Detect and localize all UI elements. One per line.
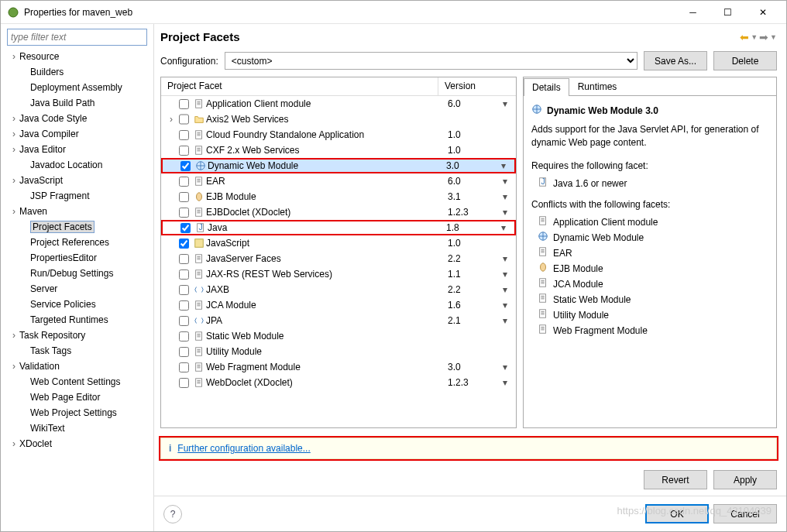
- filter-input[interactable]: [7, 29, 147, 46]
- sidebar-item-resource[interactable]: ›Resource: [2, 49, 152, 64]
- facet-row[interactable]: JAX-RS (REST Web Services)1.1▾: [161, 266, 516, 282]
- back-menu-icon[interactable]: ▼: [751, 33, 758, 41]
- chevron-right-icon[interactable]: ›: [170, 114, 179, 125]
- facet-checkbox[interactable]: [179, 146, 189, 156]
- sidebar-item-propertieseditor[interactable]: PropertiesEditor: [2, 250, 152, 266]
- facet-header-version[interactable]: Version: [438, 77, 516, 95]
- facet-checkbox[interactable]: [179, 208, 189, 218]
- version-dropdown-icon[interactable]: ▾: [494, 253, 516, 264]
- version-dropdown-icon[interactable]: ▾: [494, 176, 516, 187]
- sidebar-item-javascript[interactable]: ›JavaScript: [2, 173, 152, 188]
- facet-checkbox[interactable]: [179, 130, 189, 140]
- facet-checkbox[interactable]: [179, 99, 189, 109]
- facet-row[interactable]: JavaServer Faces2.2▾: [161, 251, 516, 266]
- facet-row[interactable]: Static Web Module: [161, 328, 516, 344]
- facet-checkbox[interactable]: [179, 177, 189, 187]
- facet-row[interactable]: ›Axis2 Web Services: [161, 112, 516, 127]
- facet-checkbox[interactable]: [179, 239, 189, 249]
- sidebar-item-server[interactable]: Server: [2, 281, 152, 297]
- facet-row[interactable]: JavaScript1.0: [161, 235, 516, 251]
- nav-arrows[interactable]: ⬅ ▼ ➡ ▼: [740, 31, 777, 43]
- chevron-right-icon[interactable]: ›: [9, 113, 19, 124]
- chevron-right-icon[interactable]: ›: [9, 361, 19, 372]
- sidebar-item-wikitext[interactable]: WikiText: [2, 420, 152, 436]
- version-dropdown-icon[interactable]: ▾: [494, 98, 516, 109]
- sidebar-item-run-debug-settings[interactable]: Run/Debug Settings: [2, 266, 152, 281]
- maximize-button[interactable]: ☐: [710, 2, 745, 23]
- facet-row[interactable]: JAXB2.2▾: [161, 282, 516, 297]
- version-dropdown-icon[interactable]: ▾: [493, 160, 514, 171]
- delete-button[interactable]: Delete: [713, 51, 777, 70]
- sidebar-item-java-compiler[interactable]: ›Java Compiler: [2, 126, 152, 142]
- facet-checkbox[interactable]: [179, 362, 189, 372]
- chevron-right-icon[interactable]: ›: [9, 438, 19, 449]
- facet-checkbox[interactable]: [179, 114, 189, 125]
- facet-row[interactable]: JPA2.1▾: [161, 313, 516, 328]
- facet-checkbox[interactable]: [179, 192, 189, 202]
- configuration-select[interactable]: <custom>: [225, 52, 638, 70]
- sidebar-item-validation[interactable]: ›Validation: [2, 359, 152, 374]
- minimize-button[interactable]: ─: [675, 2, 710, 23]
- version-dropdown-icon[interactable]: ▾: [494, 207, 516, 218]
- sidebar-item-xdoclet[interactable]: ›XDoclet: [2, 436, 152, 451]
- sidebar-item-project-facets[interactable]: Project Facets: [2, 219, 152, 235]
- help-button[interactable]: ?: [163, 505, 182, 523]
- facet-checkbox[interactable]: [180, 161, 191, 171]
- chevron-right-icon[interactable]: ›: [9, 206, 19, 217]
- sidebar-item-java-code-style[interactable]: ›Java Code Style: [2, 111, 152, 126]
- version-dropdown-icon[interactable]: ▾: [494, 377, 516, 388]
- sidebar-item-maven[interactable]: ›Maven: [2, 204, 152, 219]
- sidebar-item-web-project-settings[interactable]: Web Project Settings: [2, 405, 152, 420]
- facet-checkbox[interactable]: [179, 331, 189, 342]
- version-dropdown-icon[interactable]: ▾: [494, 269, 516, 280]
- forward-icon[interactable]: ➡: [759, 31, 768, 43]
- facet-checkbox[interactable]: [179, 285, 189, 295]
- facet-list[interactable]: Application Client module6.0▾›Axis2 Web …: [161, 96, 516, 427]
- cancel-button[interactable]: Cancel: [713, 504, 777, 523]
- sidebar-item-jsp-fragment[interactable]: JSP Fragment: [2, 188, 152, 204]
- facet-row[interactable]: Web Fragment Module3.0▾: [161, 359, 516, 375]
- facet-row[interactable]: EJBDoclet (XDoclet)1.2.3▾: [161, 204, 516, 220]
- facet-row[interactable]: JCA Module1.6▾: [161, 297, 516, 313]
- facet-checkbox[interactable]: [179, 316, 189, 326]
- chevron-right-icon[interactable]: ›: [9, 129, 19, 139]
- sidebar-item-targeted-runtimes[interactable]: Targeted Runtimes: [2, 312, 152, 328]
- facet-checkbox[interactable]: [179, 378, 189, 388]
- ok-button[interactable]: OK: [645, 504, 709, 523]
- revert-button[interactable]: Revert: [644, 470, 707, 489]
- tab-details[interactable]: Details: [524, 78, 569, 96]
- close-button[interactable]: ✕: [745, 2, 780, 23]
- sidebar-tree[interactable]: ›ResourceBuildersDeployment AssemblyJava…: [2, 49, 152, 527]
- facet-row[interactable]: Cloud Foundry Standalone Application1.0: [161, 127, 516, 142]
- version-dropdown-icon[interactable]: ▾: [493, 222, 514, 233]
- tab-runtimes[interactable]: Runtimes: [569, 77, 626, 95]
- facet-row[interactable]: WebDoclet (XDoclet)1.2.3▾: [161, 375, 516, 390]
- facet-row[interactable]: EJB Module3.1▾: [161, 189, 516, 204]
- facet-row[interactable]: CXF 2.x Web Services1.0: [161, 142, 516, 158]
- sidebar-item-java-build-path[interactable]: Java Build Path: [2, 95, 152, 111]
- facet-row[interactable]: Utility Module: [161, 344, 516, 359]
- back-icon[interactable]: ⬅: [740, 31, 749, 43]
- facet-row[interactable]: JJava1.8▾: [161, 220, 516, 235]
- sidebar-item-web-page-editor[interactable]: Web Page Editor: [2, 390, 152, 405]
- sidebar-item-project-references[interactable]: Project References: [2, 235, 152, 250]
- version-dropdown-icon[interactable]: ▾: [494, 191, 516, 202]
- version-dropdown-icon[interactable]: ▾: [494, 284, 516, 295]
- sidebar-item-javadoc-location[interactable]: Javadoc Location: [2, 157, 152, 173]
- sidebar-item-service-policies[interactable]: Service Policies: [2, 297, 152, 312]
- chevron-right-icon[interactable]: ›: [9, 175, 19, 186]
- sidebar-item-deployment-assembly[interactable]: Deployment Assembly: [2, 80, 152, 95]
- further-config-link[interactable]: Further configuration available...: [177, 443, 310, 454]
- sidebar-item-web-content-settings[interactable]: Web Content Settings: [2, 374, 152, 390]
- version-dropdown-icon[interactable]: ▾: [494, 315, 516, 326]
- facet-checkbox[interactable]: [179, 347, 189, 357]
- sidebar-item-task-tags[interactable]: Task Tags: [2, 343, 152, 359]
- facet-row[interactable]: Application Client module6.0▾: [161, 96, 516, 112]
- chevron-right-icon[interactable]: ›: [9, 144, 19, 155]
- version-dropdown-icon[interactable]: ▾: [494, 300, 516, 311]
- sidebar-item-builders[interactable]: Builders: [2, 64, 152, 80]
- save-as-button[interactable]: Save As...: [644, 51, 707, 70]
- facet-checkbox[interactable]: [179, 269, 189, 280]
- facet-row[interactable]: EAR6.0▾: [161, 173, 516, 189]
- sidebar-item-java-editor[interactable]: ›Java Editor: [2, 142, 152, 157]
